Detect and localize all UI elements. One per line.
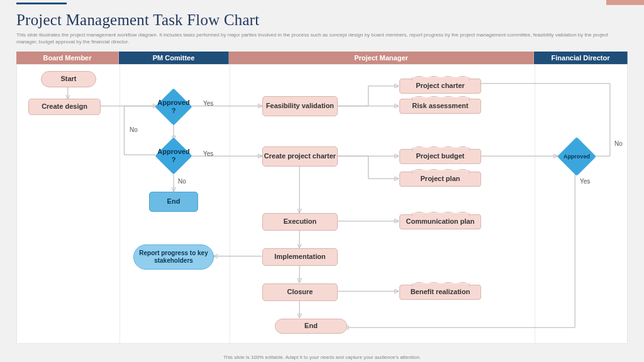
node-communication-plan: Communication plan [399, 214, 481, 229]
node-closure: Closure [262, 283, 338, 301]
node-create-charter: Create project charter [262, 146, 338, 167]
node-approved-2-label: Approved ? [157, 148, 189, 163]
flowchart-canvas: Start Create design Approved ? Approved … [16, 64, 628, 344]
node-approved-1: Approved ? [155, 88, 192, 125]
lane-divider [119, 65, 120, 343]
node-approved-1-label: Approved ? [157, 99, 189, 114]
node-approved-3: Approved [557, 136, 596, 175]
node-report-progress: Report progress to key stakeholders [133, 244, 214, 270]
node-execution: Execution [262, 213, 338, 231]
node-risk-assessment: Risk assessment [399, 99, 481, 114]
label-no-2: No [178, 178, 186, 185]
node-project-budget: Project budget [399, 149, 481, 164]
footer-note: This slide is 100% editable. Adapt it to… [0, 354, 644, 360]
lane-project-manager: Project Manager [229, 52, 534, 64]
label-yes-1: Yes [203, 100, 213, 107]
lane-financial-director: Financial Director [534, 52, 628, 64]
node-create-design: Create design [28, 99, 101, 115]
node-implementation: Implementation [262, 248, 338, 266]
lane-divider [230, 65, 230, 343]
node-benefit-realization: Benefit realization [399, 285, 481, 300]
lane-divider [535, 65, 535, 343]
slide-subtitle: This slide illustrates the project manag… [16, 32, 620, 46]
node-approved-3-label: Approved [564, 153, 590, 159]
node-end-1: End [149, 192, 198, 212]
node-project-plan: Project plan [399, 172, 481, 187]
corner-accent [606, 0, 644, 5]
label-no-1: No [130, 126, 138, 133]
accent-bar [16, 3, 67, 4]
node-project-charter: Project charter [399, 79, 481, 94]
lane-pm-committee: PM Comittee [119, 52, 229, 64]
node-approved-2: Approved ? [155, 137, 192, 174]
label-no-3: No [614, 140, 623, 147]
label-yes-2: Yes [203, 150, 213, 157]
node-start: Start [41, 71, 96, 87]
node-feasibility: Feasibility validation [262, 96, 338, 116]
lane-board-member: Board Member [16, 52, 119, 64]
label-yes-3: Yes [580, 178, 590, 185]
swimlane-header: Board Member PM Comittee Project Manager… [16, 52, 628, 64]
slide-title: Project Management Task Flow Chart [16, 11, 628, 29]
node-end-2: End [275, 319, 347, 334]
